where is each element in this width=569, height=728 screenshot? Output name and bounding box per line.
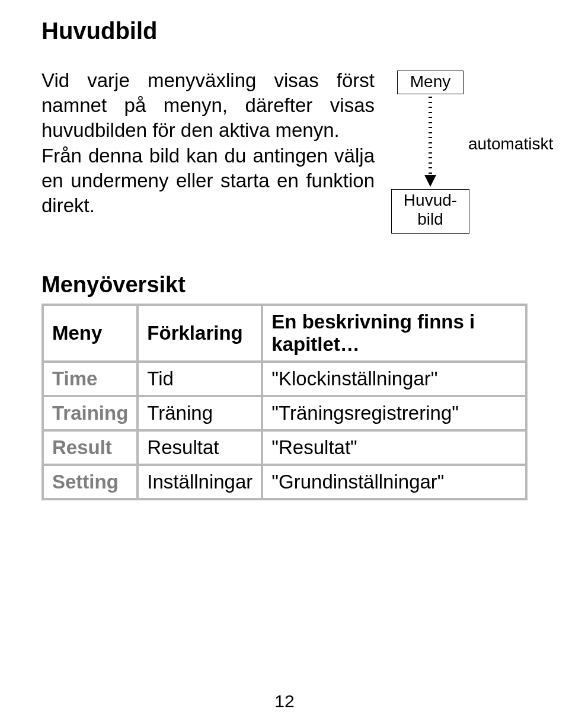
intro-paragraph-1: Vid varje menyväxling visas först namnet…: [41, 68, 375, 143]
cell-desc: "Klockinställningar": [262, 362, 526, 396]
page-number: 12: [0, 691, 569, 711]
intro-paragraph-2: Från denna bild kan du antingen välja en…: [41, 143, 375, 219]
page: Huvudbild Vid varje menyväxling visas fö…: [0, 0, 569, 728]
table-row: Time Tid "Klockinställningar": [43, 362, 526, 396]
arrow-down-icon: [424, 97, 436, 187]
section-title-menyoversikt: Menyöversikt: [41, 272, 528, 298]
cell-expl: Inställningar: [138, 465, 262, 499]
cell-desc: "Träningsregistrering": [262, 396, 526, 430]
cell-menu: Setting: [43, 465, 138, 499]
cell-menu: Time: [43, 362, 138, 396]
table-row: Training Träning "Träningsregistrering": [43, 396, 526, 430]
intro-section: Vid varje menyväxling visas först namnet…: [41, 68, 528, 254]
diagram-box-meny: Meny: [397, 71, 463, 94]
table-header-row: Meny Förklaring En beskrivning finns i k…: [43, 305, 526, 362]
cell-desc: "Grundinställningar": [262, 465, 526, 499]
col-header-forklaring: Förklaring: [138, 305, 262, 362]
menu-overview-table: Meny Förklaring En beskrivning finns i k…: [41, 304, 528, 500]
cell-expl: Resultat: [138, 430, 262, 465]
diagram-arrow-label: automatiskt: [468, 135, 553, 154]
cell-menu: Training: [43, 396, 138, 430]
cell-desc: "Resultat": [262, 430, 526, 465]
cell-expl: Träning: [138, 396, 262, 430]
table-row: Setting Inställningar "Grundinställninga…: [43, 465, 526, 499]
col-header-meny: Meny: [43, 305, 138, 362]
cell-menu: Result: [43, 430, 138, 465]
page-title: Huvudbild: [41, 18, 528, 44]
diagram-box-huvudbild: Huvud- bild: [391, 189, 469, 234]
intro-text: Vid varje menyväxling visas först namnet…: [41, 68, 375, 218]
flow-diagram: Meny automatiskt Huvud- bild: [391, 71, 528, 254]
col-header-beskrivning: En beskrivning finns i kapitlet…: [262, 305, 526, 362]
cell-expl: Tid: [138, 362, 262, 396]
table-row: Result Resultat "Resultat": [43, 430, 526, 465]
